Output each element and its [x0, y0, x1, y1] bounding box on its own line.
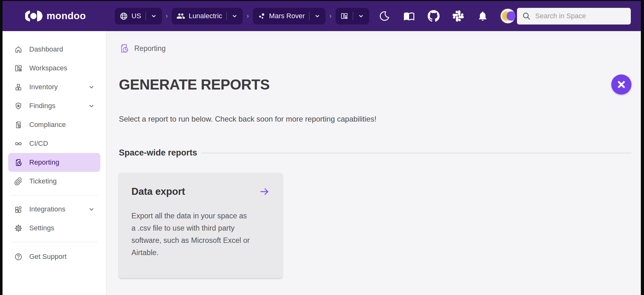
- section-header: Space-wide reports: [119, 148, 631, 158]
- infinity-icon: [14, 139, 23, 148]
- sidebar-item-get-support[interactable]: Get Support: [8, 247, 100, 266]
- sidebar-item-ticketing[interactable]: Ticketing: [8, 172, 100, 191]
- search-input[interactable]: [535, 12, 626, 20]
- close-icon: [617, 80, 626, 89]
- book-icon: [403, 10, 415, 22]
- region-selector[interactable]: US: [115, 8, 162, 25]
- card-title: Data export: [131, 186, 185, 197]
- github-icon: [428, 10, 440, 22]
- sidebar-item-settings[interactable]: Settings: [8, 219, 100, 238]
- bell-icon: [477, 10, 488, 22]
- sidebar-item-workspaces[interactable]: Workspaces: [8, 59, 100, 78]
- organization-selector[interactable]: Lunalectric: [172, 8, 243, 25]
- chevron-down-icon[interactable]: [88, 83, 95, 91]
- chevron-down-icon[interactable]: [88, 205, 95, 213]
- top-header: mondoo US ›: [3, 1, 641, 31]
- workspaces-icon: [340, 12, 348, 20]
- compliance-doc-icon: [14, 121, 23, 129]
- logo-text: mondoo: [47, 10, 86, 22]
- breadcrumb-separator: ›: [246, 12, 249, 20]
- divider: [226, 12, 227, 20]
- gear-icon: [14, 224, 23, 232]
- organization-label: Lunalectric: [189, 12, 222, 20]
- section-divider-line: [202, 153, 631, 153]
- data-export-card[interactable]: Data export Export all the data in your …: [119, 173, 282, 278]
- home-icon: [14, 45, 23, 54]
- workspace-selector[interactable]: [336, 8, 369, 25]
- sidebar-item-dashboard[interactable]: Dashboard: [8, 40, 100, 59]
- divider: [353, 12, 353, 20]
- sidebar-item-integrations[interactable]: Integrations: [8, 200, 100, 219]
- page-title: GENERATE REPORTS: [119, 76, 269, 93]
- github-button[interactable]: [427, 9, 440, 23]
- breadcrumb-label: Reporting: [134, 44, 166, 53]
- region-label: US: [131, 12, 141, 20]
- space-selector[interactable]: Mars Rover: [253, 8, 326, 25]
- sidebar-divider: [11, 195, 98, 195]
- breadcrumb[interactable]: Reporting: [119, 43, 631, 54]
- main-content: Reporting GENERATE REPORTS Select a repo…: [106, 31, 641, 295]
- chevron-down-icon[interactable]: [150, 13, 157, 19]
- dark-mode-toggle[interactable]: [378, 9, 391, 23]
- chevron-down-icon[interactable]: [358, 13, 364, 19]
- arrow-right-icon: [259, 186, 270, 197]
- mondoo-logo-icon: [25, 9, 43, 23]
- docs-button[interactable]: [402, 9, 416, 23]
- sidebar-item-cicd[interactable]: CI/CD: [8, 134, 100, 153]
- chevron-down-icon[interactable]: [314, 13, 321, 19]
- sidebar-item-compliance[interactable]: Compliance: [8, 115, 100, 134]
- reporting-icon: [14, 158, 23, 167]
- sidebar-item-inventory[interactable]: Inventory: [8, 78, 100, 96]
- user-avatar[interactable]: [501, 9, 515, 23]
- search-icon: [522, 12, 531, 20]
- inventory-cubes-icon: [14, 83, 23, 91]
- section-title: Space-wide reports: [119, 148, 197, 158]
- avatar-moon-graphic: [507, 11, 515, 21]
- divider: [309, 12, 309, 20]
- space-dots-icon: [258, 12, 266, 20]
- notifications-button[interactable]: [476, 9, 489, 23]
- globe-icon: [119, 12, 128, 20]
- intro-text: Select a report to run below. Check back…: [119, 115, 631, 123]
- close-button[interactable]: [611, 74, 631, 95]
- moon-icon: [379, 10, 390, 22]
- sidebar: Dashboard Workspaces: [3, 31, 106, 295]
- people-icon: [176, 12, 185, 20]
- sidebar-item-reporting[interactable]: Reporting: [8, 153, 100, 172]
- help-circle-icon: [14, 253, 23, 261]
- app-window: mondoo US ›: [3, 1, 641, 295]
- reporting-icon: [119, 43, 130, 54]
- slack-icon: [452, 10, 464, 22]
- slack-button[interactable]: [452, 9, 465, 23]
- integrations-icon: [14, 205, 23, 214]
- chevron-down-icon[interactable]: [231, 13, 238, 19]
- chevron-down-icon[interactable]: [88, 102, 95, 110]
- breadcrumb-separator: ›: [165, 12, 169, 20]
- divider: [146, 12, 146, 20]
- shield-bug-icon: [14, 102, 23, 110]
- context-breadcrumbs: US › Lunalectric ›: [115, 8, 369, 25]
- breadcrumb-separator: ›: [329, 12, 332, 20]
- space-search[interactable]: [517, 8, 631, 25]
- space-label: Mars Rover: [269, 12, 305, 20]
- workspaces-icon: [14, 64, 23, 73]
- card-description: Export all the data in your space as a .…: [131, 210, 251, 259]
- sidebar-divider: [11, 242, 98, 242]
- mondoo-logo[interactable]: mondoo: [3, 9, 106, 23]
- sidebar-item-findings[interactable]: Findings: [8, 96, 100, 115]
- header-icon-group: [378, 9, 515, 23]
- paperclip-icon: [14, 177, 23, 186]
